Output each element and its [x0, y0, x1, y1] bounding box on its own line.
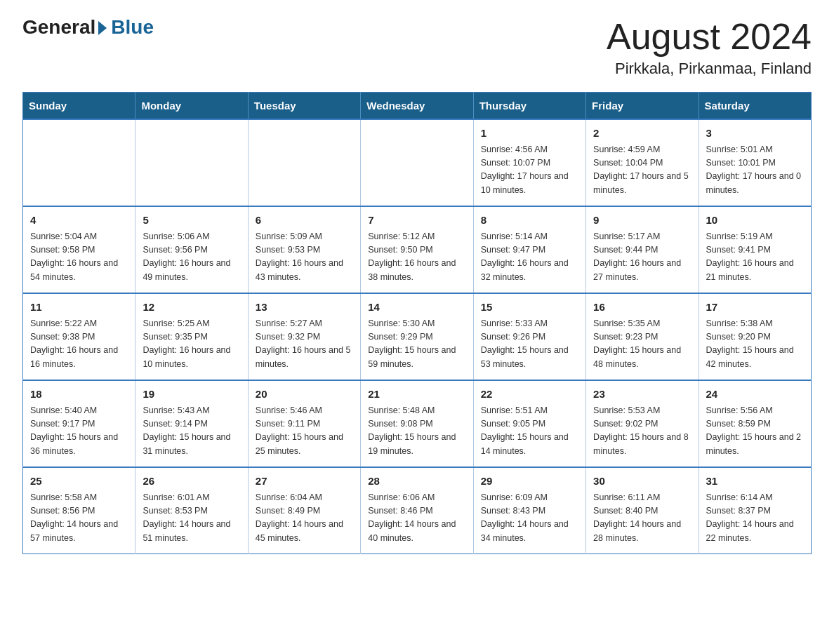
calendar-cell: 7Sunrise: 5:12 AM Sunset: 9:50 PM Daylig… [361, 206, 473, 293]
calendar-week-row: 25Sunrise: 5:58 AM Sunset: 8:56 PM Dayli… [23, 467, 812, 554]
calendar-cell: 18Sunrise: 5:40 AM Sunset: 9:17 PM Dayli… [23, 380, 135, 467]
day-info: Sunrise: 5:01 AM Sunset: 10:01 PM Daylig… [706, 143, 804, 198]
calendar-cell: 10Sunrise: 5:19 AM Sunset: 9:41 PM Dayli… [699, 206, 811, 293]
day-number: 9 [593, 213, 691, 229]
day-info: Sunrise: 6:14 AM Sunset: 8:37 PM Dayligh… [706, 491, 804, 546]
day-number: 23 [593, 387, 691, 403]
day-info: Sunrise: 5:51 AM Sunset: 9:05 PM Dayligh… [481, 404, 578, 459]
day-number: 24 [706, 387, 804, 403]
calendar-cell: 4Sunrise: 5:04 AM Sunset: 9:58 PM Daylig… [23, 206, 135, 293]
day-info: Sunrise: 5:46 AM Sunset: 9:11 PM Dayligh… [256, 404, 353, 459]
calendar-cell: 17Sunrise: 5:38 AM Sunset: 9:20 PM Dayli… [699, 293, 811, 380]
calendar-week-row: 11Sunrise: 5:22 AM Sunset: 9:38 PM Dayli… [23, 293, 812, 380]
location-subtitle: Pirkkala, Pirkanmaa, Finland [607, 60, 812, 78]
day-info: Sunrise: 5:43 AM Sunset: 9:14 PM Dayligh… [143, 404, 240, 459]
day-info: Sunrise: 6:11 AM Sunset: 8:40 PM Dayligh… [593, 491, 691, 546]
logo-blue-text: Blue [111, 17, 154, 39]
day-number: 7 [368, 213, 465, 229]
day-number: 31 [706, 474, 804, 490]
day-number: 17 [706, 300, 804, 316]
calendar-cell: 9Sunrise: 5:17 AM Sunset: 9:44 PM Daylig… [586, 206, 699, 293]
day-number: 1 [481, 126, 578, 142]
calendar-table: Sunday Monday Tuesday Wednesday Thursday… [22, 92, 812, 554]
logo-general-text: General [22, 17, 95, 39]
calendar-cell [23, 119, 135, 206]
day-number: 28 [368, 474, 465, 490]
calendar-cell: 31Sunrise: 6:14 AM Sunset: 8:37 PM Dayli… [699, 467, 811, 554]
day-info: Sunrise: 5:58 AM Sunset: 8:56 PM Dayligh… [30, 491, 128, 546]
calendar-cell: 11Sunrise: 5:22 AM Sunset: 9:38 PM Dayli… [23, 293, 135, 380]
calendar-cell: 2Sunrise: 4:59 AM Sunset: 10:04 PM Dayli… [586, 119, 699, 206]
header-thursday: Thursday [473, 93, 585, 120]
day-number: 10 [706, 213, 804, 229]
day-number: 15 [481, 300, 578, 316]
logo-text: GeneralBlue [22, 17, 154, 39]
day-number: 3 [706, 126, 804, 142]
day-number: 12 [143, 300, 240, 316]
calendar-week-row: 4Sunrise: 5:04 AM Sunset: 9:58 PM Daylig… [23, 206, 812, 293]
day-number: 29 [481, 474, 578, 490]
day-number: 30 [593, 474, 691, 490]
calendar-cell: 13Sunrise: 5:27 AM Sunset: 9:32 PM Dayli… [248, 293, 360, 380]
day-info: Sunrise: 5:06 AM Sunset: 9:56 PM Dayligh… [143, 230, 240, 285]
calendar-cell: 5Sunrise: 5:06 AM Sunset: 9:56 PM Daylig… [135, 206, 248, 293]
calendar-cell: 26Sunrise: 6:01 AM Sunset: 8:53 PM Dayli… [135, 467, 248, 554]
title-block: August 2024 Pirkkala, Pirkanmaa, Finland [607, 17, 812, 78]
day-info: Sunrise: 5:53 AM Sunset: 9:02 PM Dayligh… [593, 404, 691, 459]
day-info: Sunrise: 5:40 AM Sunset: 9:17 PM Dayligh… [30, 404, 128, 459]
day-number: 18 [30, 387, 128, 403]
day-info: Sunrise: 4:59 AM Sunset: 10:04 PM Daylig… [593, 143, 691, 198]
page-header: GeneralBlue August 2024 Pirkkala, Pirkan… [22, 17, 812, 78]
calendar-cell: 22Sunrise: 5:51 AM Sunset: 9:05 PM Dayli… [473, 380, 585, 467]
day-info: Sunrise: 4:56 AM Sunset: 10:07 PM Daylig… [481, 143, 578, 198]
calendar-cell: 25Sunrise: 5:58 AM Sunset: 8:56 PM Dayli… [23, 467, 135, 554]
calendar-cell: 3Sunrise: 5:01 AM Sunset: 10:01 PM Dayli… [699, 119, 811, 206]
calendar-cell: 28Sunrise: 6:06 AM Sunset: 8:46 PM Dayli… [361, 467, 473, 554]
day-number: 13 [256, 300, 353, 316]
day-number: 21 [368, 387, 465, 403]
day-number: 20 [256, 387, 353, 403]
calendar-week-row: 18Sunrise: 5:40 AM Sunset: 9:17 PM Dayli… [23, 380, 812, 467]
calendar-cell: 30Sunrise: 6:11 AM Sunset: 8:40 PM Dayli… [586, 467, 699, 554]
day-info: Sunrise: 5:27 AM Sunset: 9:32 PM Dayligh… [256, 317, 353, 372]
day-info: Sunrise: 5:04 AM Sunset: 9:58 PM Dayligh… [30, 230, 128, 285]
day-info: Sunrise: 5:14 AM Sunset: 9:47 PM Dayligh… [481, 230, 578, 285]
day-number: 14 [368, 300, 465, 316]
day-info: Sunrise: 5:38 AM Sunset: 9:20 PM Dayligh… [706, 317, 804, 372]
calendar-cell: 23Sunrise: 5:53 AM Sunset: 9:02 PM Dayli… [586, 380, 699, 467]
calendar-week-row: 1Sunrise: 4:56 AM Sunset: 10:07 PM Dayli… [23, 119, 812, 206]
calendar-title: August 2024 [607, 17, 812, 57]
day-number: 5 [143, 213, 240, 229]
day-info: Sunrise: 5:17 AM Sunset: 9:44 PM Dayligh… [593, 230, 691, 285]
day-number: 4 [30, 213, 128, 229]
calendar-cell: 14Sunrise: 5:30 AM Sunset: 9:29 PM Dayli… [361, 293, 473, 380]
day-info: Sunrise: 6:09 AM Sunset: 8:43 PM Dayligh… [481, 491, 578, 546]
day-info: Sunrise: 6:04 AM Sunset: 8:49 PM Dayligh… [256, 491, 353, 546]
day-info: Sunrise: 5:25 AM Sunset: 9:35 PM Dayligh… [143, 317, 240, 372]
day-number: 2 [593, 126, 691, 142]
weekday-header-row: Sunday Monday Tuesday Wednesday Thursday… [23, 93, 812, 120]
logo: GeneralBlue [22, 17, 154, 39]
header-monday: Monday [135, 93, 248, 120]
calendar-cell: 29Sunrise: 6:09 AM Sunset: 8:43 PM Dayli… [473, 467, 585, 554]
day-info: Sunrise: 5:12 AM Sunset: 9:50 PM Dayligh… [368, 230, 465, 285]
day-info: Sunrise: 5:09 AM Sunset: 9:53 PM Dayligh… [256, 230, 353, 285]
calendar-cell: 24Sunrise: 5:56 AM Sunset: 8:59 PM Dayli… [699, 380, 811, 467]
calendar-cell: 6Sunrise: 5:09 AM Sunset: 9:53 PM Daylig… [248, 206, 360, 293]
day-info: Sunrise: 5:19 AM Sunset: 9:41 PM Dayligh… [706, 230, 804, 285]
header-saturday: Saturday [699, 93, 811, 120]
day-number: 16 [593, 300, 691, 316]
logo-arrow-icon [98, 21, 107, 35]
day-number: 8 [481, 213, 578, 229]
calendar-cell: 12Sunrise: 5:25 AM Sunset: 9:35 PM Dayli… [135, 293, 248, 380]
calendar-cell: 1Sunrise: 4:56 AM Sunset: 10:07 PM Dayli… [473, 119, 585, 206]
calendar-cell: 27Sunrise: 6:04 AM Sunset: 8:49 PM Dayli… [248, 467, 360, 554]
calendar-cell: 16Sunrise: 5:35 AM Sunset: 9:23 PM Dayli… [586, 293, 699, 380]
day-info: Sunrise: 5:56 AM Sunset: 8:59 PM Dayligh… [706, 404, 804, 459]
day-info: Sunrise: 5:30 AM Sunset: 9:29 PM Dayligh… [368, 317, 465, 372]
day-number: 22 [481, 387, 578, 403]
day-info: Sunrise: 5:33 AM Sunset: 9:26 PM Dayligh… [481, 317, 578, 372]
day-number: 19 [143, 387, 240, 403]
day-info: Sunrise: 5:22 AM Sunset: 9:38 PM Dayligh… [30, 317, 128, 372]
calendar-cell: 19Sunrise: 5:43 AM Sunset: 9:14 PM Dayli… [135, 380, 248, 467]
